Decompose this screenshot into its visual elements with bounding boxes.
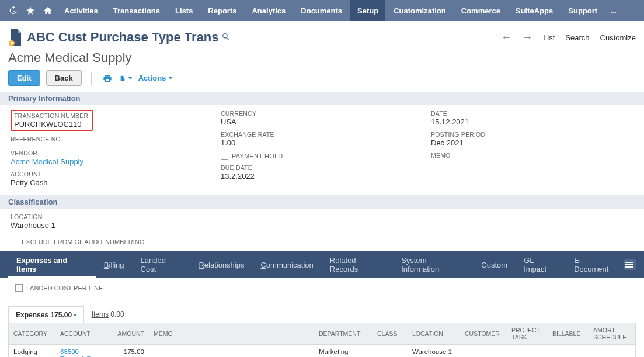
tab-expenses-and-items[interactable]: Expenses and Items <box>8 251 96 278</box>
col-department: DEPARTMENT <box>314 323 373 345</box>
caret-down-icon <box>168 77 173 79</box>
edit-button[interactable]: Edit <box>8 70 40 86</box>
expenses-table-wrap: CATEGORY ACCOUNT AMOUNT MEMO DEPARTMENT … <box>8 323 636 357</box>
cell-amount: 175.00 <box>102 345 149 358</box>
cell-billable <box>548 345 589 358</box>
col-amount: AMOUNT <box>102 323 149 345</box>
svg-rect-3 <box>625 266 633 268</box>
transaction-number-label: TRANSACTION NUMBER <box>14 112 88 119</box>
table-header-row: CATEGORY ACCOUNT AMOUNT MEMO DEPARTMENT … <box>9 323 635 345</box>
account-label: ACCOUNT <box>11 171 221 178</box>
next-record-icon[interactable]: → <box>522 32 532 44</box>
svg-rect-1 <box>625 262 633 263</box>
due-date-value: 13.2.2022 <box>221 172 431 181</box>
payment-hold-label: PAYMENT HOLD <box>232 152 283 160</box>
exclude-gl-checkbox[interactable] <box>11 238 18 245</box>
cell-account[interactable]: 63500 Travel & Ent <box>55 345 102 358</box>
exchange-rate-label: EXCHANGE RATE <box>221 131 431 138</box>
transaction-number-value: PURCHKWLOC110 <box>14 120 88 129</box>
cell-location: Warehouse 1 <box>408 345 460 358</box>
landed-cost-per-line-label: LANDED COST PER LINE <box>26 285 103 292</box>
tab-layout-toggle[interactable] <box>624 259 636 270</box>
tab-relationships[interactable]: Relationships <box>190 256 252 274</box>
subtab-expenses[interactable]: Expenses 175.00 • <box>8 306 84 323</box>
nav-more[interactable]: ... <box>605 0 621 21</box>
prev-record-icon[interactable]: ← <box>501 32 511 44</box>
nav-support[interactable]: Support <box>561 0 604 21</box>
location-value: Warehouse 1 <box>11 221 221 230</box>
nav-documents[interactable]: Documents <box>294 0 349 21</box>
subtab-items[interactable]: Items 0.00 <box>84 306 132 323</box>
cell-amort <box>589 345 635 358</box>
tab-system-information[interactable]: System Information <box>393 251 473 278</box>
tab-e-document[interactable]: E-Document <box>566 251 623 278</box>
date-value: 15.12.2021 <box>431 117 641 126</box>
transaction-number-highlight: TRANSACTION NUMBER PURCHKWLOC110 <box>11 110 93 131</box>
title-search-icon[interactable] <box>222 33 229 42</box>
date-label: DATE <box>431 110 641 117</box>
back-button[interactable]: Back <box>46 70 82 86</box>
location-label: LOCATION <box>11 213 221 220</box>
col-account: ACCOUNT <box>55 323 102 345</box>
cell-customer <box>460 345 507 358</box>
tab-billing[interactable]: Billing <box>96 256 133 274</box>
header-customize-link[interactable]: Customize <box>600 33 636 42</box>
vendor-value[interactable]: Acme Medical Supply <box>11 157 221 166</box>
history-icon[interactable] <box>5 0 21 21</box>
expenses-table: CATEGORY ACCOUNT AMOUNT MEMO DEPARTMENT … <box>9 323 635 357</box>
nav-setup[interactable]: Setup <box>350 0 385 21</box>
reference-no-label: REFERENCE NO. <box>11 136 221 143</box>
export-icon[interactable] <box>120 74 133 83</box>
col-project-task: PROJECT TASK <box>507 323 548 345</box>
exclude-gl-row: EXCLUDE FROM GL AUDIT NUMBERING <box>0 235 644 251</box>
top-nav: Activities Transactions Lists Reports An… <box>0 0 644 21</box>
cell-memo <box>149 345 314 358</box>
col-location: LOCATION <box>408 323 460 345</box>
divider <box>91 72 92 85</box>
nav-analytics[interactable]: Analytics <box>245 0 293 21</box>
tab-communication[interactable]: Communication <box>252 256 321 274</box>
print-icon[interactable] <box>101 74 114 83</box>
actions-dropdown[interactable]: Actions <box>138 74 173 82</box>
nav-lists[interactable]: Lists <box>168 0 200 21</box>
landed-cost-per-line-checkbox[interactable] <box>15 284 23 292</box>
nav-transactions[interactable]: Transactions <box>106 0 167 21</box>
tab-custom[interactable]: Custom <box>473 256 516 274</box>
tab-strip: Expenses and Items Billing Landed Cost R… <box>0 251 644 278</box>
nav-activities[interactable]: Activities <box>57 0 105 21</box>
landed-cost-per-line-row: LANDED COST PER LINE <box>0 278 644 297</box>
tab-gl-impact[interactable]: GL Impact <box>516 251 566 278</box>
svg-rect-2 <box>625 264 633 265</box>
memo-label: MEMO <box>431 152 641 159</box>
nav-reports[interactable]: Reports <box>201 0 243 21</box>
header-list-link[interactable]: List <box>543 33 555 42</box>
tab-related-records[interactable]: Related Records <box>322 251 393 278</box>
col-memo: MEMO <box>149 323 314 345</box>
currency-value: USA <box>221 117 431 126</box>
col-category: CATEGORY <box>9 323 55 345</box>
home-icon[interactable] <box>40 0 56 21</box>
cell-department: Marketing <box>314 345 373 358</box>
page-header: ABC Cust Purchase Type Trans ← → List Se… <box>0 21 644 49</box>
col-billable: BILLABLE <box>548 323 589 345</box>
section-classification: Classification <box>0 195 644 209</box>
header-search-link[interactable]: Search <box>565 33 589 42</box>
account-value: Petty Cash <box>11 178 221 187</box>
posting-period-label: POSTING PERIOD <box>431 131 641 138</box>
tab-landed-cost[interactable]: Landed Cost <box>133 251 191 278</box>
page-title: ABC Cust Purchase Type Trans <box>27 30 218 45</box>
nav-suiteapps[interactable]: SuiteApps <box>509 0 560 21</box>
classification-grid: LOCATION Warehouse 1 <box>0 209 644 235</box>
table-row[interactable]: Lodging 63500 Travel & Ent 175.00 Market… <box>9 345 635 358</box>
star-icon[interactable] <box>22 0 39 21</box>
nav-commerce[interactable]: Commerce <box>454 0 507 21</box>
nav-customization[interactable]: Customization <box>387 0 453 21</box>
payment-hold-checkbox[interactable] <box>221 152 228 160</box>
page-subtitle: Acme Medical Supply <box>0 49 644 70</box>
exclude-gl-label: EXCLUDE FROM GL AUDIT NUMBERING <box>22 238 144 245</box>
col-customer: CUSTOMER <box>460 323 507 345</box>
cell-class <box>373 345 408 358</box>
vendor-label: VENDOR <box>11 150 221 157</box>
section-primary-info: Primary Information <box>0 92 644 105</box>
col-class: CLASS <box>373 323 408 345</box>
